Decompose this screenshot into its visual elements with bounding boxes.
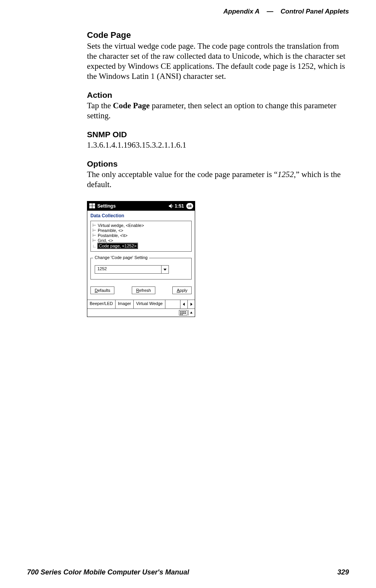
combo-value: 1252 [95,266,161,273]
heading-options: Options [87,159,350,169]
svg-rect-0 [89,203,92,206]
tree-item[interactable]: ⊢ Grid, <> [92,238,190,243]
tree-branch-icon: ⊢ [92,239,98,243]
tab-imager[interactable]: Imager [116,300,134,308]
chevron-down-icon[interactable] [161,266,168,273]
defaults-button[interactable]: Defaults [90,286,114,294]
tree-item-label: Postamble, <\t> [98,233,128,238]
tab-scroll-right-icon[interactable] [187,300,195,308]
speaker-icon[interactable] [168,203,174,209]
change-setting-group: Change 'Code page' Setting 1252 [90,258,192,280]
tree-branch-icon: ⊢ [92,223,98,228]
header-title: Control Panel Applets [281,8,349,15]
tree-item[interactable]: ⊢ Preamble, <> [92,228,190,233]
titlebar-time: 1:51 [175,203,184,209]
tree-item-label: Virtual wedge, <Enable> [98,223,144,228]
snmp-oid-value: 1.3.6.1.4.1.1963.15.3.2.1.1.6.1 [87,140,350,150]
ok-button[interactable]: ok [186,203,193,209]
svg-marker-5 [163,269,167,271]
heading-action: Action [87,90,350,100]
defaults-label: efaults [98,288,110,293]
tab-virtual-wedge[interactable]: Virtual Wedge [134,300,165,308]
codepage-combo[interactable]: 1252 [95,265,169,274]
tab-beeper-led[interactable]: Beeper/LED [87,300,116,308]
tree-branch-icon: ⊢ [92,228,98,233]
paragraph-options: The only acceptable value for the code p… [87,169,350,189]
paragraph-action: Tap the Code Page parameter, then select… [87,101,350,121]
tree-item[interactable]: ∟ Code page, <1252> [92,243,190,249]
svg-rect-2 [89,206,92,208]
titlebar: Settings 1:51 ok [87,201,195,211]
options-text-ital: 1252 [277,170,294,179]
tab-scroll-left-icon[interactable] [180,300,187,308]
svg-marker-7 [191,303,192,306]
action-text-bold: Code Page [113,101,150,110]
groupbox-legend: Change 'Code page' Setting [93,255,149,260]
heading-codepage: Code Page [87,30,350,40]
tree-item[interactable]: ⊢ Virtual wedge, <Enable> [92,223,190,228]
keyboard-icon[interactable] [179,310,187,315]
action-text-pre: Tap the [87,101,113,110]
sip-up-icon[interactable] [188,310,194,315]
refresh-label: efresh [139,288,151,293]
appendix-label: Appendix A [223,8,259,15]
svg-marker-6 [183,303,185,306]
svg-marker-4 [169,204,172,208]
settings-tree: ⊢ Virtual wedge, <Enable> ⊢ Preamble, <>… [90,221,192,252]
titlebar-title: Settings [97,203,116,209]
footer-manual-title: 700 Series Color Mobile Computer User's … [27,568,189,576]
tree-item-label: Preamble, <> [98,228,123,233]
svg-marker-8 [190,312,192,314]
options-text-pre: The only acceptable value for the code p… [87,170,277,179]
main-content: Code Page Sets the virtual wedge code pa… [87,30,350,317]
start-icon[interactable] [89,203,96,210]
tab-scroll [180,300,195,308]
tree-branch-icon: ∟ [92,244,98,248]
sip-bar [87,308,195,317]
tree-item[interactable]: ⊢ Postamble, <\t> [92,233,190,238]
tree-item-label-selected: Code page, <1252> [98,243,138,249]
tab-strip: Beeper/LED Imager Virtual Wedge [87,300,195,308]
svg-rect-3 [92,206,95,208]
tree-branch-icon: ⊢ [92,233,98,238]
header-dash: — [267,8,273,15]
apply-button[interactable]: Apply [172,286,192,294]
running-header: Appendix A — Control Panel Applets [223,8,349,15]
button-row: Defaults Refresh Apply [90,286,192,294]
refresh-button[interactable]: Refresh [132,286,155,294]
applet-title: Data Collection [87,211,195,220]
device-screenshot: Settings 1:51 ok Data Collection ⊢ Virtu… [87,201,195,317]
heading-snmp: SNMP OID [87,130,350,139]
footer-page-number: 329 [337,568,349,576]
tree-item-label: Grid, <> [98,238,113,243]
svg-rect-1 [92,203,95,206]
apply-label: pply [180,288,187,293]
paragraph-codepage: Sets the virtual wedge code page. The co… [87,41,350,81]
